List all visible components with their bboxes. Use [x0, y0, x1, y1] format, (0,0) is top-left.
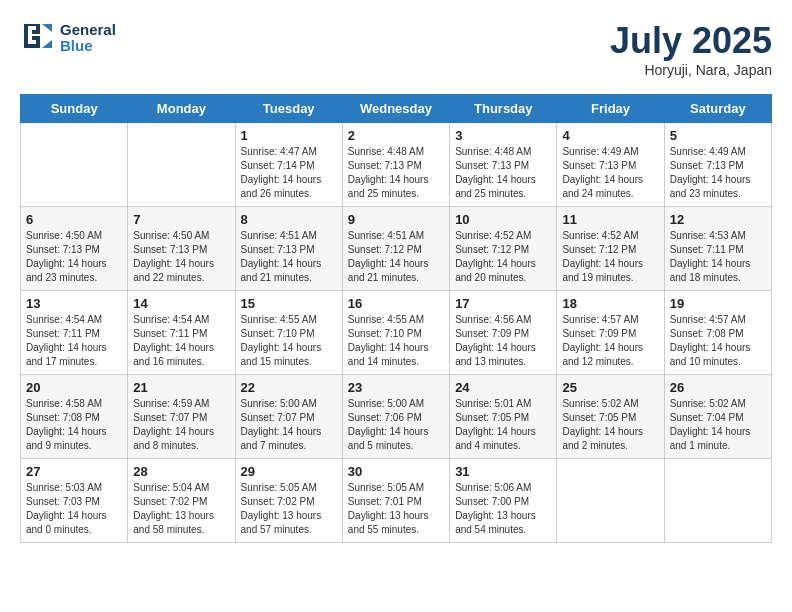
day-number: 13: [26, 296, 122, 311]
day-number: 6: [26, 212, 122, 227]
calendar-cell-w2-d3: 8 Sunrise: 4:51 AMSunset: 7:13 PMDayligh…: [235, 207, 342, 291]
calendar-cell-w3-d2: 14 Sunrise: 4:54 AMSunset: 7:11 PMDaylig…: [128, 291, 235, 375]
calendar-cell-w5-d1: 27 Sunrise: 5:03 AMSunset: 7:03 PMDaylig…: [21, 459, 128, 543]
day-number: 9: [348, 212, 444, 227]
calendar-cell-w4-d2: 21 Sunrise: 4:59 AMSunset: 7:07 PMDaylig…: [128, 375, 235, 459]
day-info: Sunrise: 4:54 AMSunset: 7:11 PMDaylight:…: [133, 314, 214, 367]
day-info: Sunrise: 4:57 AMSunset: 7:08 PMDaylight:…: [670, 314, 751, 367]
col-sunday: Sunday: [21, 95, 128, 123]
calendar-cell-w1-d2: [128, 123, 235, 207]
day-number: 28: [133, 464, 229, 479]
day-info: Sunrise: 5:00 AMSunset: 7:06 PMDaylight:…: [348, 398, 429, 451]
day-info: Sunrise: 5:05 AMSunset: 7:02 PMDaylight:…: [241, 482, 322, 535]
logo: General Blue: [20, 20, 116, 56]
day-info: Sunrise: 4:47 AMSunset: 7:14 PMDaylight:…: [241, 146, 322, 199]
calendar-cell-w5-d7: [664, 459, 771, 543]
day-info: Sunrise: 4:48 AMSunset: 7:13 PMDaylight:…: [455, 146, 536, 199]
calendar-cell-w5-d5: 31 Sunrise: 5:06 AMSunset: 7:00 PMDaylig…: [450, 459, 557, 543]
calendar-cell-w5-d3: 29 Sunrise: 5:05 AMSunset: 7:02 PMDaylig…: [235, 459, 342, 543]
day-info: Sunrise: 4:56 AMSunset: 7:09 PMDaylight:…: [455, 314, 536, 367]
day-number: 31: [455, 464, 551, 479]
day-number: 19: [670, 296, 766, 311]
calendar-cell-w3-d5: 17 Sunrise: 4:56 AMSunset: 7:09 PMDaylig…: [450, 291, 557, 375]
calendar-cell-w1-d4: 2 Sunrise: 4:48 AMSunset: 7:13 PMDayligh…: [342, 123, 449, 207]
calendar-cell-w5-d4: 30 Sunrise: 5:05 AMSunset: 7:01 PMDaylig…: [342, 459, 449, 543]
calendar-cell-w2-d2: 7 Sunrise: 4:50 AMSunset: 7:13 PMDayligh…: [128, 207, 235, 291]
day-number: 5: [670, 128, 766, 143]
calendar-cell-w2-d4: 9 Sunrise: 4:51 AMSunset: 7:12 PMDayligh…: [342, 207, 449, 291]
calendar-cell-w4-d6: 25 Sunrise: 5:02 AMSunset: 7:05 PMDaylig…: [557, 375, 664, 459]
day-number: 2: [348, 128, 444, 143]
calendar-week-5: 27 Sunrise: 5:03 AMSunset: 7:03 PMDaylig…: [21, 459, 772, 543]
day-info: Sunrise: 4:51 AMSunset: 7:12 PMDaylight:…: [348, 230, 429, 283]
calendar-cell-w4-d3: 22 Sunrise: 5:00 AMSunset: 7:07 PMDaylig…: [235, 375, 342, 459]
col-wednesday: Wednesday: [342, 95, 449, 123]
day-info: Sunrise: 4:52 AMSunset: 7:12 PMDaylight:…: [562, 230, 643, 283]
day-number: 30: [348, 464, 444, 479]
page-header: General Blue July 2025 Horyuji, Nara, Ja…: [20, 20, 772, 78]
day-number: 26: [670, 380, 766, 395]
day-number: 10: [455, 212, 551, 227]
logo-graphic: [20, 20, 56, 56]
day-info: Sunrise: 5:00 AMSunset: 7:07 PMDaylight:…: [241, 398, 322, 451]
month-title: July 2025: [610, 20, 772, 62]
day-info: Sunrise: 4:54 AMSunset: 7:11 PMDaylight:…: [26, 314, 107, 367]
calendar-cell-w4-d1: 20 Sunrise: 4:58 AMSunset: 7:08 PMDaylig…: [21, 375, 128, 459]
calendar-cell-w3-d7: 19 Sunrise: 4:57 AMSunset: 7:08 PMDaylig…: [664, 291, 771, 375]
day-info: Sunrise: 5:02 AMSunset: 7:04 PMDaylight:…: [670, 398, 751, 451]
col-tuesday: Tuesday: [235, 95, 342, 123]
day-info: Sunrise: 4:55 AMSunset: 7:10 PMDaylight:…: [241, 314, 322, 367]
title-block: July 2025 Horyuji, Nara, Japan: [610, 20, 772, 78]
calendar-cell-w1-d1: [21, 123, 128, 207]
day-number: 18: [562, 296, 658, 311]
calendar-cell-w2-d1: 6 Sunrise: 4:50 AMSunset: 7:13 PMDayligh…: [21, 207, 128, 291]
day-info: Sunrise: 4:55 AMSunset: 7:10 PMDaylight:…: [348, 314, 429, 367]
day-info: Sunrise: 5:02 AMSunset: 7:05 PMDaylight:…: [562, 398, 643, 451]
day-info: Sunrise: 5:03 AMSunset: 7:03 PMDaylight:…: [26, 482, 107, 535]
day-number: 4: [562, 128, 658, 143]
calendar-cell-w3-d1: 13 Sunrise: 4:54 AMSunset: 7:11 PMDaylig…: [21, 291, 128, 375]
day-info: Sunrise: 4:51 AMSunset: 7:13 PMDaylight:…: [241, 230, 322, 283]
calendar-cell-w2-d5: 10 Sunrise: 4:52 AMSunset: 7:12 PMDaylig…: [450, 207, 557, 291]
day-info: Sunrise: 4:53 AMSunset: 7:11 PMDaylight:…: [670, 230, 751, 283]
day-info: Sunrise: 4:48 AMSunset: 7:13 PMDaylight:…: [348, 146, 429, 199]
day-number: 27: [26, 464, 122, 479]
day-number: 1: [241, 128, 337, 143]
day-number: 22: [241, 380, 337, 395]
day-info: Sunrise: 5:01 AMSunset: 7:05 PMDaylight:…: [455, 398, 536, 451]
day-number: 21: [133, 380, 229, 395]
calendar-cell-w1-d3: 1 Sunrise: 4:47 AMSunset: 7:14 PMDayligh…: [235, 123, 342, 207]
calendar-table: Sunday Monday Tuesday Wednesday Thursday…: [20, 94, 772, 543]
day-number: 15: [241, 296, 337, 311]
logo-blue: Blue: [60, 38, 116, 55]
day-info: Sunrise: 4:59 AMSunset: 7:07 PMDaylight:…: [133, 398, 214, 451]
col-monday: Monday: [128, 95, 235, 123]
calendar-cell-w2-d7: 12 Sunrise: 4:53 AMSunset: 7:11 PMDaylig…: [664, 207, 771, 291]
calendar-week-2: 6 Sunrise: 4:50 AMSunset: 7:13 PMDayligh…: [21, 207, 772, 291]
day-number: 11: [562, 212, 658, 227]
col-saturday: Saturday: [664, 95, 771, 123]
day-info: Sunrise: 4:49 AMSunset: 7:13 PMDaylight:…: [670, 146, 751, 199]
day-info: Sunrise: 5:04 AMSunset: 7:02 PMDaylight:…: [133, 482, 214, 535]
day-number: 25: [562, 380, 658, 395]
calendar-cell-w3-d6: 18 Sunrise: 4:57 AMSunset: 7:09 PMDaylig…: [557, 291, 664, 375]
day-info: Sunrise: 4:49 AMSunset: 7:13 PMDaylight:…: [562, 146, 643, 199]
calendar-cell-w4-d5: 24 Sunrise: 5:01 AMSunset: 7:05 PMDaylig…: [450, 375, 557, 459]
day-info: Sunrise: 4:57 AMSunset: 7:09 PMDaylight:…: [562, 314, 643, 367]
calendar-cell-w3-d4: 16 Sunrise: 4:55 AMSunset: 7:10 PMDaylig…: [342, 291, 449, 375]
day-number: 12: [670, 212, 766, 227]
calendar-week-1: 1 Sunrise: 4:47 AMSunset: 7:14 PMDayligh…: [21, 123, 772, 207]
calendar-cell-w1-d6: 4 Sunrise: 4:49 AMSunset: 7:13 PMDayligh…: [557, 123, 664, 207]
day-number: 17: [455, 296, 551, 311]
day-number: 8: [241, 212, 337, 227]
calendar-cell-w2-d6: 11 Sunrise: 4:52 AMSunset: 7:12 PMDaylig…: [557, 207, 664, 291]
col-friday: Friday: [557, 95, 664, 123]
day-number: 7: [133, 212, 229, 227]
day-info: Sunrise: 4:58 AMSunset: 7:08 PMDaylight:…: [26, 398, 107, 451]
calendar-week-3: 13 Sunrise: 4:54 AMSunset: 7:11 PMDaylig…: [21, 291, 772, 375]
calendar-cell-w4-d4: 23 Sunrise: 5:00 AMSunset: 7:06 PMDaylig…: [342, 375, 449, 459]
location-subtitle: Horyuji, Nara, Japan: [610, 62, 772, 78]
day-number: 20: [26, 380, 122, 395]
calendar-cell-w3-d3: 15 Sunrise: 4:55 AMSunset: 7:10 PMDaylig…: [235, 291, 342, 375]
calendar-cell-w1-d5: 3 Sunrise: 4:48 AMSunset: 7:13 PMDayligh…: [450, 123, 557, 207]
